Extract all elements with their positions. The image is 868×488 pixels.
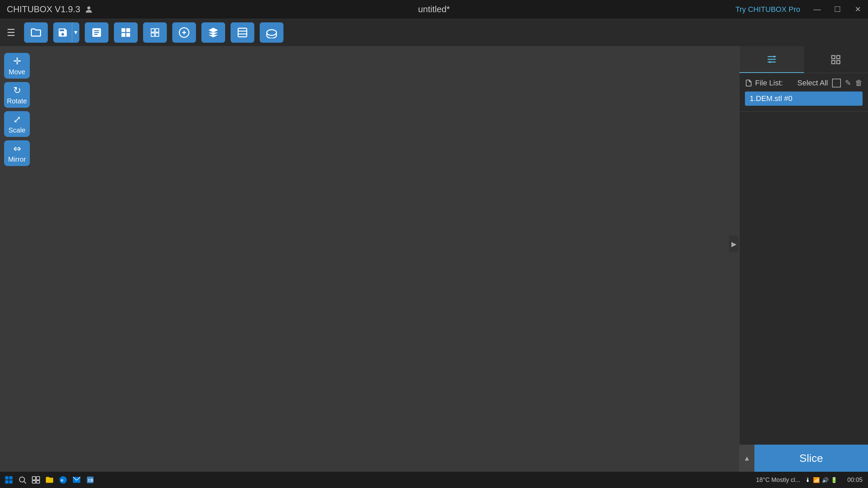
- svg-rect-31: [837, 56, 840, 59]
- svg-rect-37: [9, 480, 13, 484]
- chitubox-taskbar[interactable]: CB: [84, 474, 96, 486]
- panel-tabs: [739, 46, 868, 73]
- main-toolbar: ☰ ▼: [0, 19, 868, 46]
- slice-collapse-button[interactable]: ▲: [739, 445, 754, 472]
- slice-toolbar-button[interactable]: [231, 22, 254, 43]
- move-tool[interactable]: ✛ Move: [4, 53, 30, 79]
- maximize-button[interactable]: ☐: [827, 0, 848, 19]
- task-view-button[interactable]: [30, 474, 42, 486]
- network-icon[interactable]: 📶: [813, 477, 820, 483]
- scale-icon: ⤢: [13, 114, 21, 125]
- saveto-button[interactable]: [260, 22, 283, 43]
- thermometer-icon: 🌡: [805, 476, 811, 484]
- svg-text:CB: CB: [88, 478, 94, 482]
- layout2-button[interactable]: [143, 22, 167, 43]
- taskbar: e CB 18°C Mostly cl... 🌡 📶 🔊 🔋 00:05: [0, 472, 868, 488]
- file-list-header: File List: Select All ✎ 🗑: [745, 79, 863, 87]
- save-dropdown-arrow[interactable]: ▼: [72, 22, 79, 43]
- layout-button[interactable]: [114, 22, 138, 43]
- open-button[interactable]: [24, 22, 48, 43]
- file-list-section: File List: Select All ✎ 🗑 1.DEM.stl #0: [739, 73, 868, 111]
- move-label: Move: [9, 68, 25, 76]
- svg-rect-42: [32, 481, 36, 483]
- svg-point-5: [267, 30, 276, 36]
- svg-text:e: e: [61, 477, 63, 483]
- scale-label: Scale: [8, 126, 25, 134]
- svg-rect-35: [9, 476, 13, 480]
- expand-panel-button[interactable]: ▶: [729, 236, 738, 252]
- tab-library[interactable]: [804, 46, 868, 73]
- mirror-icon: ⇔: [13, 143, 21, 154]
- save-main[interactable]: [53, 22, 72, 43]
- svg-point-28: [773, 56, 775, 57]
- svg-point-0: [87, 6, 90, 9]
- mirror-tool[interactable]: ⇔ Mirror: [4, 140, 30, 166]
- edge-taskbar[interactable]: e: [57, 474, 69, 486]
- import-button[interactable]: [85, 22, 108, 43]
- arrange-button[interactable]: [172, 22, 196, 43]
- rotate-label: Rotate: [7, 97, 27, 105]
- search-button[interactable]: [16, 474, 28, 486]
- taskbar-clock: 00:05: [847, 476, 863, 484]
- window-controls: — ☐ ✕: [807, 0, 868, 19]
- file-list-actions: Select All ✎ 🗑: [797, 79, 863, 87]
- scale-tool[interactable]: ⤢ Scale: [4, 111, 30, 137]
- rotate-icon: ↻: [13, 85, 21, 96]
- svg-rect-30: [832, 56, 835, 59]
- svg-rect-32: [832, 60, 835, 63]
- file-list-title: File List:: [755, 79, 783, 87]
- minimize-button[interactable]: —: [807, 0, 827, 19]
- app-title: CHITUBOX V1.9.3: [7, 4, 80, 15]
- taskbar-weather: 18°C Mostly cl...: [756, 476, 800, 484]
- user-account-icon[interactable]: [80, 0, 97, 19]
- tab-settings[interactable]: [739, 46, 804, 73]
- checkbox-icon[interactable]: [832, 79, 841, 87]
- mirror-label: Mirror: [8, 156, 26, 163]
- mail-taskbar[interactable]: [71, 474, 83, 486]
- start-button[interactable]: [3, 474, 15, 486]
- file-list-item[interactable]: 1.DEM.stl #0: [745, 92, 863, 106]
- rotate-tool[interactable]: ↻ Rotate: [4, 82, 30, 108]
- volume-icon[interactable]: 🔊: [822, 477, 829, 483]
- svg-rect-40: [32, 476, 36, 480]
- svg-rect-41: [36, 476, 40, 480]
- file-explorer-taskbar[interactable]: [43, 474, 56, 486]
- slice-button-row: ▲ Slice: [739, 445, 868, 472]
- try-pro-link[interactable]: Try CHITUBOX Pro: [735, 5, 800, 14]
- select-all-label[interactable]: Select All: [797, 79, 828, 87]
- support-button[interactable]: [201, 22, 225, 43]
- right-panel: File List: Select All ✎ 🗑 1.DEM.stl #0 S…: [739, 46, 868, 472]
- svg-point-29: [769, 61, 771, 63]
- taskbar-system-tray: 🌡 📶 🔊 🔋: [805, 476, 837, 484]
- save-button[interactable]: ▼: [53, 22, 79, 43]
- edit-icon[interactable]: ✎: [845, 79, 851, 87]
- svg-rect-34: [5, 476, 8, 480]
- slice-button[interactable]: Slice: [754, 445, 868, 472]
- file-icon: [745, 79, 752, 87]
- battery-icon: 🔋: [831, 477, 837, 483]
- window-title: untitled*: [418, 4, 450, 15]
- svg-rect-36: [5, 480, 8, 484]
- titlebar: CHITUBOX V1.9.3 untitled* Try CHITUBOX P…: [0, 0, 868, 19]
- close-button[interactable]: ✕: [848, 0, 868, 19]
- left-toolbar: ✛ Move ↻ Rotate ⤢ Scale ⇔ Mirror: [0, 46, 34, 166]
- delete-icon[interactable]: 🗑: [855, 79, 863, 87]
- svg-point-38: [19, 477, 24, 482]
- move-icon: ✛: [13, 56, 21, 67]
- svg-rect-33: [837, 60, 840, 63]
- svg-line-39: [24, 482, 26, 484]
- hamburger-menu[interactable]: ☰: [7, 27, 15, 38]
- svg-rect-2: [238, 28, 247, 37]
- svg-rect-43: [36, 481, 40, 483]
